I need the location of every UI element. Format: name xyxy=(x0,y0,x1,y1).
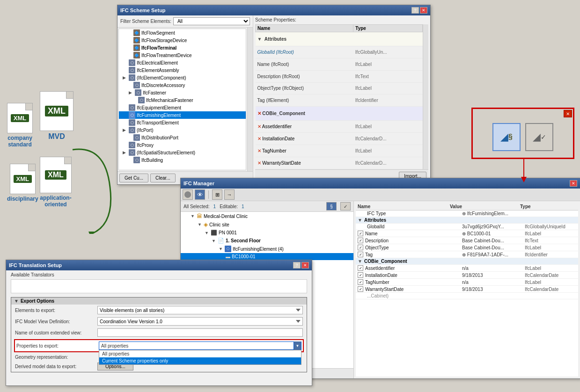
nav-btn[interactable]: → xyxy=(224,189,235,200)
flow-icon: 🔷 xyxy=(133,29,140,36)
dropdown-option-all[interactable]: All properties xyxy=(99,350,301,357)
fp-filter-check-btn[interactable]: ◢ ✓ xyxy=(525,123,553,151)
ifc-manager-close-btn[interactable]: ✕ xyxy=(570,180,577,187)
component-icon: ⬡ xyxy=(129,59,135,66)
tree-item-clinic[interactable]: ▼ 🏛 Medical-Dental Clinic xyxy=(181,212,353,220)
tree-item[interactable]: ⬡ IfcDiscreteAccessory xyxy=(119,81,246,89)
tree-item[interactable]: ⬡ IfcElementAssembly xyxy=(119,66,246,74)
prop-type: IfcLabel xyxy=(353,58,423,70)
section-label: Attributes xyxy=(364,218,576,223)
col-type: Type xyxy=(520,204,576,209)
component-icon: ⬡ xyxy=(133,134,140,141)
prop-check[interactable]: ✓ xyxy=(358,265,363,271)
tree-item-pn[interactable]: ▼ ⬛ PN 0001 xyxy=(181,229,353,237)
prop-type: IfcCalendarDate xyxy=(525,287,576,292)
dropdown-option-scheme[interactable]: Current Scheme properties only xyxy=(99,357,301,364)
filter-check-btn[interactable]: ✓ xyxy=(340,202,351,211)
prop-name: GlobalId xyxy=(367,224,460,229)
prop-value: 9/18/2013 xyxy=(462,287,523,292)
fit-btn[interactable]: ⊞ xyxy=(212,189,222,200)
prop-check[interactable]: ✓ xyxy=(358,252,363,257)
prop-row: ✕ AssetIdentifier IfcLabel xyxy=(256,121,423,133)
ifc-type-label: IFC Type xyxy=(367,211,460,216)
prop-value: 3u7vgd6jz9GPxqY... xyxy=(462,224,523,229)
tree-item[interactable]: ▶ ⬡ IfcFastener xyxy=(119,89,246,96)
translation-setup-window: IFC Translation Setup ? ✕ Available Tran… xyxy=(6,260,312,386)
tree-item[interactable]: ⬡ IfcEquipmentElement xyxy=(119,104,246,111)
tree-item[interactable]: 🔷 IfcFlowTreatmentDevice xyxy=(119,51,246,59)
prop-value: ⊕ BC1000-01 xyxy=(462,231,523,236)
scheme-setup-help-btn[interactable]: ? xyxy=(411,7,419,14)
ifc-mvd-select[interactable]: Coordination View Version 1.0 xyxy=(97,317,303,326)
prop-row-extra: ...Cabinet) xyxy=(356,293,578,299)
prop-check[interactable]: ✓ xyxy=(358,286,363,292)
scheme-tree-scrollbar[interactable] xyxy=(247,28,253,171)
prop-check[interactable]: ✓ xyxy=(358,231,363,236)
scheme-setup-title: IFC Scheme Setup xyxy=(120,7,166,13)
prop-type: IfcCalendarDate xyxy=(525,273,576,278)
prop-check[interactable]: ✓ xyxy=(358,279,363,285)
props-scrollbar[interactable] xyxy=(423,24,428,169)
site-icon: ◈ xyxy=(204,221,208,228)
fp-close-btn[interactable]: ✕ xyxy=(564,110,572,117)
derived-label: Derived model data to export: xyxy=(15,364,95,369)
prop-row: ✕ InstallationDate IfcCalendarD... xyxy=(256,133,423,145)
prop-name: Description (IfcRoot) xyxy=(256,70,353,82)
export-arrow-icon: ▼ xyxy=(14,298,19,304)
tree-item-floor[interactable]: ▼ 📄 1. Second Floor xyxy=(181,237,353,245)
tree-item[interactable]: 🔷 IfcFlowStorageDevice xyxy=(119,36,246,44)
scheme-setup-close-btn[interactable]: ✕ xyxy=(420,7,427,14)
tree-item[interactable]: ⬡ IfcMechanicalFastener xyxy=(119,96,246,104)
ifc-type-row: IFC Type ⊕ IfcFurnishingElem... xyxy=(356,211,578,217)
tree-item[interactable]: ▶ ⬡ (IfcElementComponent) xyxy=(119,74,246,81)
tree-item[interactable]: 🔷 IfcFlowSegment xyxy=(119,29,246,36)
eye-btn[interactable]: 👁 xyxy=(195,189,205,200)
green-arrow xyxy=(68,140,152,235)
prop-name: GlobalId (IfcRoot) xyxy=(256,46,353,58)
tree-item-selected[interactable]: ⬡ IfcFurnishingElement xyxy=(119,111,246,119)
circle-btn[interactable] xyxy=(183,189,193,200)
prop-row: Tag (IfElement) IfcIdentifier xyxy=(256,94,423,107)
prop-type: IfcCalendarD... xyxy=(353,157,423,169)
tree-item[interactable]: ⬡ IfcElectricalElement xyxy=(119,59,246,66)
tree-item-site[interactable]: ▼ ◈ Clinic site xyxy=(181,220,353,229)
tree-item-bc1000[interactable]: ▬ BC1000-01 xyxy=(181,253,353,260)
xml-desc-disciplinary: disciplinary xyxy=(7,196,38,202)
properties-dropdown-btn[interactable]: ▼ xyxy=(294,341,301,350)
custom-view-input[interactable] xyxy=(97,328,303,337)
prop-check[interactable]: ✓ xyxy=(358,238,363,243)
svg-marker-2 xyxy=(521,177,527,182)
tree-item[interactable]: ⬡ IfcTransportElement xyxy=(119,119,246,126)
component-icon: ⬡ xyxy=(225,246,231,252)
filter-scheme-btn[interactable]: § xyxy=(326,202,337,211)
translators-list[interactable] xyxy=(11,279,307,293)
prop-check[interactable]: ✓ xyxy=(358,245,363,250)
xml-doc-disciplinary: XML disciplinary xyxy=(7,164,38,202)
prop-row-asset: ✓ AssetIdentifier n/a IfcLabel xyxy=(356,265,578,272)
prop-name: Description xyxy=(365,238,460,243)
prop-name: Tag xyxy=(365,252,460,257)
ifc-mvd-label: IFC Model View Definition: xyxy=(15,319,95,324)
prop-check[interactable]: ✓ xyxy=(358,272,363,278)
col-value: Value xyxy=(450,204,515,209)
flow-icon: 🔷 xyxy=(133,37,140,44)
tree-item[interactable]: 🔷 IfcFlowTerminal xyxy=(119,44,246,51)
elements-row: Elements to export: Visible elements (on… xyxy=(11,305,307,316)
prop-type: IfcGloballyUn... xyxy=(353,46,423,58)
elements-select[interactable]: Visible elements (on all stories) xyxy=(97,306,303,314)
props-header: Scheme Properties: xyxy=(255,17,428,22)
tree-item-furnishing[interactable]: ▼ ⬡ IfcFurnishingElement (4) xyxy=(181,245,353,253)
prop-type: IfcText xyxy=(353,70,423,82)
clear-btn[interactable]: Clear... xyxy=(150,174,176,182)
filter-label: Filter Scheme Elements: xyxy=(120,19,171,24)
fp-filter-scheme-btn[interactable]: ◢ § xyxy=(492,123,521,151)
prop-name: Name xyxy=(365,231,460,236)
translation-close-btn[interactable]: ✕ xyxy=(301,262,309,269)
filter-select[interactable]: All xyxy=(173,17,250,25)
ifc-mvd-row: IFC Model View Definition: Coordination … xyxy=(11,316,307,327)
col-name-header: Name xyxy=(256,25,353,32)
translation-help-btn[interactable]: ? xyxy=(293,262,301,269)
tree-item[interactable]: ▶ ⬡ (IfcPort) xyxy=(119,126,246,134)
component-icon: ⬡ xyxy=(138,97,145,103)
fp-body: ◢ § ◢ ✓ xyxy=(473,118,573,156)
